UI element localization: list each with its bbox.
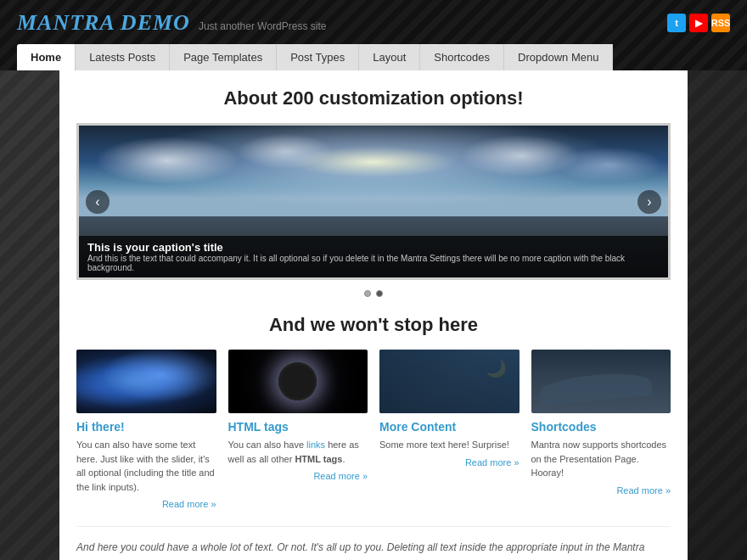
nav-item-post-types[interactable]: Post Types <box>277 44 359 70</box>
slider-next-button[interactable]: › <box>637 190 661 214</box>
card-more-content: More Content Some more text here! Surpri… <box>379 350 520 509</box>
site-nav: Home Latests Posts Page Templates Post T… <box>17 44 730 70</box>
slider: ‹ › This is your caption's title And thi… <box>76 123 671 280</box>
slider-caption: This is your caption's title And this is… <box>79 236 668 277</box>
card-text-more-content: Some more text here! Surprise! <box>379 438 520 452</box>
card-image-eclipse <box>228 350 368 413</box>
rss-icon[interactable]: RSS <box>711 14 730 32</box>
card-title-more-content[interactable]: More Content <box>379 420 520 434</box>
header-top: Mantra Demo Just another WordPress site … <box>17 10 730 36</box>
nav-item-dropdown-menu[interactable]: Dropdown Menu <box>504 44 613 70</box>
card-image-moon <box>379 350 520 413</box>
site-title-area: Mantra Demo Just another WordPress site <box>17 10 326 36</box>
nav-item-page-templates[interactable]: Page Templates <box>170 44 277 70</box>
slider-prev-button[interactable]: ‹ <box>86 190 110 214</box>
card-shortcodes: Shortcodes Mantra now supports shortcode… <box>531 350 671 509</box>
card-text-hi-there: You can also have some text here. Just l… <box>76 438 216 494</box>
section-title-2: And we won't stop here <box>76 314 671 336</box>
card-image-galaxy <box>76 350 216 413</box>
card-title-hi-there[interactable]: Hi there! <box>76 420 216 434</box>
cards-row: Hi there! You can also have some text he… <box>76 350 671 509</box>
cloud-overlay <box>79 133 668 224</box>
bottom-text: And here you could have a whole lot of t… <box>76 526 671 560</box>
card-image-whale <box>531 350 671 413</box>
card-readmore-shortcodes[interactable]: Read more » <box>531 485 671 496</box>
site-title: Mantra Demo <box>17 10 190 36</box>
slider-dots <box>76 290 671 297</box>
card-readmore-more-content[interactable]: Read more » <box>379 457 520 468</box>
nav-item-latests-posts[interactable]: Latests Posts <box>76 44 170 70</box>
section-title-1: About 200 customization options! <box>76 87 671 109</box>
card-text-shortcodes: Mantra now supports shortcodes on the Pr… <box>531 438 671 480</box>
card-readmore-hi-there[interactable]: Read more » <box>76 499 216 509</box>
nav-item-shortcodes[interactable]: Shortcodes <box>420 44 504 70</box>
card-bold-html: HTML tags <box>295 454 342 464</box>
youtube-icon[interactable]: ▶ <box>689 14 708 32</box>
social-icons: t ▶ RSS <box>667 14 730 32</box>
nav-item-layout[interactable]: Layout <box>359 44 420 70</box>
slider-caption-text: And this is the text that could accompan… <box>87 254 660 272</box>
card-hi-there: Hi there! You can also have some text he… <box>76 350 216 509</box>
card-readmore-html-tags[interactable]: Read more » <box>228 471 368 481</box>
site-header: Mantra Demo Just another WordPress site … <box>0 0 747 70</box>
card-title-shortcodes[interactable]: Shortcodes <box>531 420 671 434</box>
card-html-tags: HTML tags You can also have links here a… <box>228 350 368 509</box>
card-link-links[interactable]: links <box>306 440 325 450</box>
nav-item-home[interactable]: Home <box>17 44 76 70</box>
card-text-html-tags: You can also have links here as well as … <box>228 438 368 466</box>
slider-dot-1[interactable] <box>364 290 371 297</box>
site-tagline: Just another WordPress site <box>199 20 327 32</box>
card-title-html-tags[interactable]: HTML tags <box>228 420 368 434</box>
slider-caption-title: This is your caption's title <box>87 241 660 254</box>
slider-dot-2[interactable] <box>376 290 383 297</box>
page-wrapper: Mantra Demo Just another WordPress site … <box>0 0 747 560</box>
main-content: About 200 customization options! ‹ › Thi… <box>59 70 688 560</box>
twitter-icon[interactable]: t <box>667 14 686 32</box>
